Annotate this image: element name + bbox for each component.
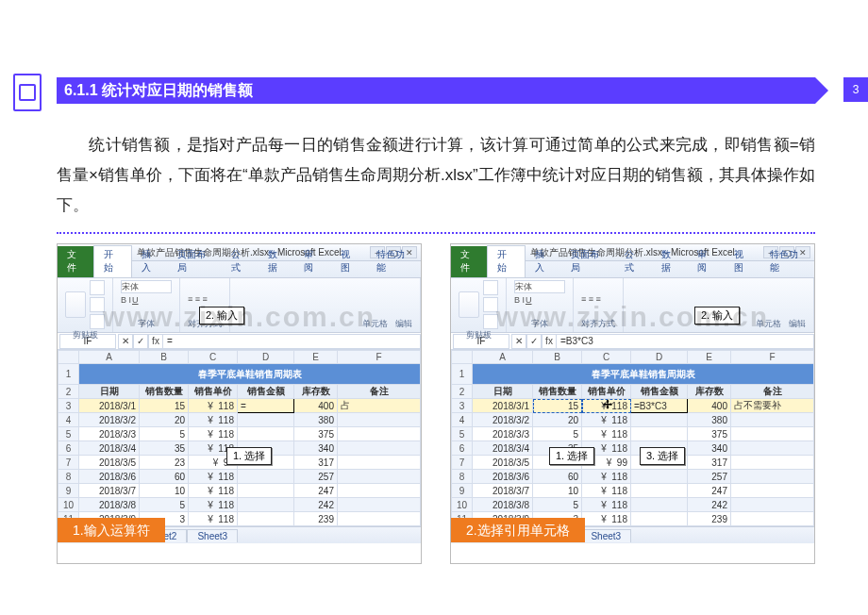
row-head[interactable]: 3 bbox=[452, 399, 473, 413]
tab-insert[interactable]: 插入 bbox=[132, 246, 168, 277]
table-row[interactable]: 10 2018/3/8 5¥ 118 242 bbox=[58, 498, 421, 512]
table-row[interactable]: 4 2018/3/2 20¥ 118 380 bbox=[452, 413, 814, 427]
row-head[interactable]: 1 bbox=[452, 364, 473, 385]
fx-cancel-icon[interactable]: ✕ bbox=[118, 334, 133, 349]
fx-insert-icon[interactable]: fx bbox=[542, 334, 557, 349]
col-date: 日期 bbox=[473, 385, 533, 399]
ribbon-group-clipboard: 剪贴板 bbox=[58, 278, 113, 332]
tab-review[interactable]: 审阅 bbox=[688, 246, 724, 277]
row-head[interactable]: 2 bbox=[452, 385, 473, 399]
col-head[interactable]: E bbox=[294, 351, 338, 364]
formula-input[interactable]: = bbox=[163, 334, 421, 349]
cut-button[interactable] bbox=[90, 280, 105, 295]
row-head[interactable]: 6 bbox=[58, 441, 79, 456]
row-head[interactable]: 8 bbox=[452, 470, 473, 484]
row-head[interactable]: 4 bbox=[58, 413, 79, 427]
fx-enter-icon[interactable]: ✓ bbox=[133, 334, 148, 349]
section-icon bbox=[13, 74, 42, 111]
copy-button[interactable] bbox=[483, 297, 498, 312]
col-price: 销售单价 bbox=[189, 385, 238, 399]
tab-view[interactable]: 视图 bbox=[725, 246, 760, 277]
col-head[interactable]: D bbox=[631, 351, 688, 364]
formula-bar: IF ✕ ✓ fx = bbox=[58, 333, 421, 350]
ribbon-group-font: 宋体 B I U 字体 bbox=[113, 278, 180, 332]
spreadsheet-grid[interactable]: ABCDEF1 春季平底单鞋销售周期表2 日期 销售数量 销售单价 销售金额 库… bbox=[451, 350, 814, 526]
col-head[interactable]: E bbox=[688, 351, 731, 364]
ribbon-group-rest: 单元格 编辑 bbox=[230, 278, 421, 332]
row-head[interactable]: 9 bbox=[452, 484, 473, 498]
spreadsheet-grid[interactable]: ABCDEF1 春季平底单鞋销售周期表2 日期 销售数量 销售单价 销售金额 库… bbox=[58, 350, 421, 526]
row-head[interactable]: 3 bbox=[58, 399, 79, 413]
row-head[interactable]: 10 bbox=[58, 498, 79, 512]
formula-input[interactable]: =B3*C3 bbox=[557, 334, 814, 349]
row-head[interactable]: 5 bbox=[452, 427, 473, 441]
tab-formulas[interactable]: 公式 bbox=[222, 246, 258, 277]
table-row[interactable]: 8 2018/3/6 60¥ 118 257 bbox=[452, 470, 814, 484]
cut-button[interactable] bbox=[483, 280, 498, 295]
fx-insert-icon[interactable]: fx bbox=[148, 334, 163, 349]
row-head[interactable]: 8 bbox=[58, 470, 79, 484]
cursor-plus-icon: ✢ bbox=[603, 399, 612, 412]
tab-special[interactable]: 特色功能 bbox=[760, 246, 814, 277]
col-head[interactable]: A bbox=[79, 351, 140, 364]
cell-D3[interactable]: =B3*C3 bbox=[631, 399, 688, 413]
table-row[interactable]: 6 2018/3/4 35¥ 118 340 bbox=[452, 441, 814, 456]
table-row[interactable]: 9 2018/3/7 10¥ 118 247 bbox=[452, 484, 814, 498]
table-row[interactable]: 3 2018/3/1 15¥ 118= 400占 bbox=[58, 399, 421, 413]
row-head[interactable]: 6 bbox=[452, 441, 473, 456]
col-head[interactable]: B bbox=[533, 351, 582, 364]
col-head[interactable]: B bbox=[140, 351, 189, 364]
tab-special[interactable]: 特色功能 bbox=[367, 246, 421, 277]
row-head[interactable]: 1 bbox=[58, 364, 79, 385]
tab-data[interactable]: 数据 bbox=[259, 246, 294, 277]
table-row[interactable]: 5 2018/3/3 5¥ 118 375 bbox=[452, 427, 814, 441]
row-head[interactable]: 5 bbox=[58, 427, 79, 441]
paste-button[interactable] bbox=[65, 291, 86, 318]
row-head[interactable]: 7 bbox=[452, 456, 473, 470]
row-head[interactable]: 10 bbox=[452, 498, 473, 512]
sheet-tab[interactable]: Sheet3 bbox=[187, 529, 238, 542]
tab-layout[interactable]: 页面布局 bbox=[168, 246, 222, 277]
row-head[interactable]: 9 bbox=[58, 484, 79, 498]
tab-home[interactable]: 开始 bbox=[93, 245, 131, 277]
fx-enter-icon[interactable]: ✓ bbox=[526, 334, 542, 349]
section-title-bar: 6.1.1 统计对应日期的销售额 bbox=[57, 77, 815, 104]
tab-insert[interactable]: 插入 bbox=[526, 246, 561, 277]
col-head[interactable]: F bbox=[731, 351, 814, 364]
col-head[interactable]: C bbox=[189, 351, 238, 364]
tab-file[interactable]: 文件 bbox=[451, 246, 487, 277]
tab-review[interactable]: 审阅 bbox=[294, 246, 330, 277]
tab-data[interactable]: 数据 bbox=[652, 246, 688, 277]
col-head[interactable]: D bbox=[238, 351, 294, 364]
table-row[interactable]: 3 2018/3/1 15✢¥ 118=B3*C3 400占不需要补 bbox=[452, 399, 814, 413]
tab-view[interactable]: 视图 bbox=[331, 246, 367, 277]
table-row[interactable]: 10 2018/3/8 5¥ 118 242 bbox=[452, 498, 814, 512]
paste-button[interactable] bbox=[459, 291, 479, 318]
font-name-combo[interactable]: 宋体 bbox=[121, 280, 172, 293]
sheet-tab[interactable]: Sheet3 bbox=[580, 529, 631, 542]
fx-cancel-icon[interactable]: ✕ bbox=[511, 334, 526, 349]
cell-B3[interactable]: 15 bbox=[533, 399, 582, 413]
format-painter-button[interactable] bbox=[90, 314, 105, 329]
col-head[interactable]: C bbox=[582, 351, 631, 364]
table-row[interactable]: 7 2018/3/5 23¥ 99 317 bbox=[452, 456, 814, 470]
cell-D3[interactable]: = bbox=[238, 399, 294, 413]
copy-button[interactable] bbox=[90, 297, 105, 312]
cell-C3[interactable]: ✢¥ 118 bbox=[582, 399, 631, 413]
row-head[interactable]: 2 bbox=[58, 385, 79, 399]
row-head[interactable]: 7 bbox=[58, 456, 79, 470]
tab-formulas[interactable]: 公式 bbox=[615, 246, 651, 277]
table-row[interactable]: 8 2018/3/6 60¥ 118 257 bbox=[58, 470, 421, 484]
row-head[interactable]: 4 bbox=[452, 413, 473, 427]
table-row[interactable]: 9 2018/3/7 10¥ 118 247 bbox=[58, 484, 421, 498]
table-row[interactable]: 5 2018/3/3 5¥ 118 375 bbox=[58, 427, 421, 441]
tab-layout[interactable]: 页面布局 bbox=[561, 246, 615, 277]
col-head[interactable]: A bbox=[473, 351, 533, 364]
font-name-combo[interactable]: 宋体 bbox=[514, 280, 565, 293]
tab-home[interactable]: 开始 bbox=[487, 245, 525, 277]
table-row[interactable]: 4 2018/3/2 20¥ 118 380 bbox=[58, 413, 421, 427]
format-painter-button[interactable] bbox=[483, 314, 498, 329]
tab-file[interactable]: 文件 bbox=[58, 246, 93, 277]
col-head[interactable]: F bbox=[338, 351, 421, 364]
annotation-select-label: 1. 选择 bbox=[226, 447, 272, 465]
